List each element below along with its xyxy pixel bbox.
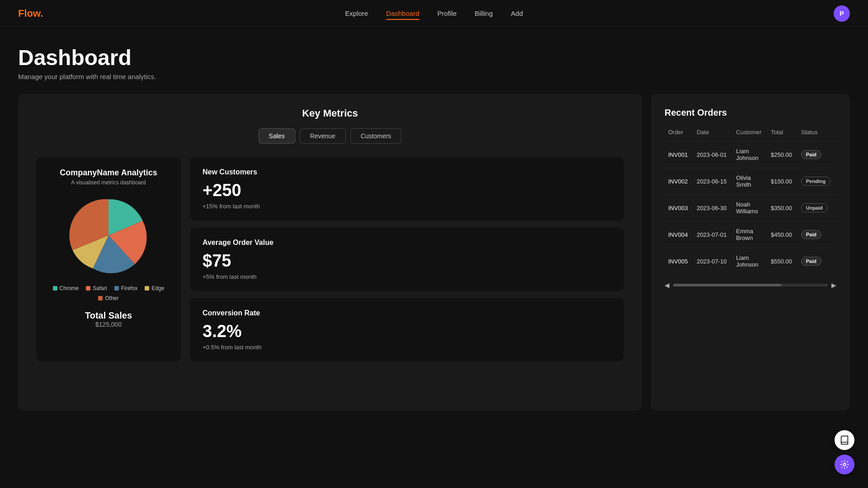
scroll-track[interactable] xyxy=(673,284,828,286)
cell-order: INV003 xyxy=(665,195,693,221)
col-status: Status xyxy=(797,129,836,141)
status-badge: Paid xyxy=(801,150,821,159)
cell-date: 2023-07-01 xyxy=(693,221,732,248)
cell-customer: LiamJohnson xyxy=(732,141,767,168)
table-row: INV004 2023-07-01 EmmaBrown $450.00 Paid xyxy=(665,221,836,248)
cell-order: INV004 xyxy=(665,221,693,248)
legend-edge: Edge xyxy=(145,285,164,291)
col-customer: Customer xyxy=(732,129,767,141)
conversion-change: +0.5% from last month xyxy=(203,344,611,351)
other-label: Other xyxy=(105,295,118,301)
nav-links: Explore Dashboard Profile Billing Add xyxy=(345,9,523,18)
tab-revenue[interactable]: Revenue xyxy=(300,128,346,144)
cell-customer: EmmaBrown xyxy=(732,221,767,248)
scroll-right-arrow[interactable]: ▶ xyxy=(831,282,836,289)
table-row: INV001 2023-06-01 LiamJohnson $250.00 Pa… xyxy=(665,141,836,168)
firefox-dot xyxy=(114,286,119,291)
cell-order: INV002 xyxy=(665,168,693,195)
page-subtitle: Manage your platform with real time anal… xyxy=(18,73,850,80)
cell-order: INV001 xyxy=(665,141,693,168)
legend-chrome: Chrome xyxy=(53,285,79,291)
tab-customers[interactable]: Customers xyxy=(350,128,402,144)
conversion-label: Conversion Rate xyxy=(203,309,611,317)
cell-status: Unpaid xyxy=(797,195,836,221)
pie-chart-card: CompanyName Analytics A visualised metri… xyxy=(36,157,181,361)
conversion-value: 3.2% xyxy=(203,322,611,341)
pie-legend: Chrome Safari Firefox Edge xyxy=(47,285,170,301)
nav-dashboard[interactable]: Dashboard xyxy=(386,9,419,20)
safari-dot xyxy=(86,286,90,291)
safari-label: Safari xyxy=(93,285,107,291)
ai-icon-button[interactable] xyxy=(835,455,854,474)
recent-orders-panel: Recent Orders Order Date Customer Total … xyxy=(651,94,850,410)
scroll-thumb xyxy=(673,284,781,286)
cell-customer: OliviaSmith xyxy=(732,168,767,195)
table-row: INV003 2023-06-30 NoahWilliams $350.00 U… xyxy=(665,195,836,221)
page-title: Dashboard xyxy=(18,45,850,70)
navbar: Flow. Explore Dashboard Profile Billing … xyxy=(0,0,868,27)
col-total: Total xyxy=(767,129,797,141)
cell-date: 2023-06-01 xyxy=(693,141,732,168)
new-customers-card: New Customers +250 +15% from last month xyxy=(190,157,624,221)
book-icon-button[interactable] xyxy=(835,430,854,450)
cell-status: Paid xyxy=(797,248,836,275)
nav-profile[interactable]: Profile xyxy=(437,9,457,17)
firefox-label: Firefox xyxy=(121,285,138,291)
cell-status: Paid xyxy=(797,221,836,248)
col-order: Order xyxy=(665,129,693,141)
nav-add[interactable]: Add xyxy=(511,9,523,17)
table-header-row: Order Date Customer Total Status xyxy=(665,129,836,141)
status-badge: Paid xyxy=(801,230,821,239)
pie-chart-title: CompanyName Analytics xyxy=(60,168,157,178)
key-metrics-title: Key Metrics xyxy=(36,108,624,119)
legend-firefox: Firefox xyxy=(114,285,138,291)
avg-order-label: Average Order Value xyxy=(203,239,611,247)
pie-chart xyxy=(68,195,149,276)
other-dot xyxy=(98,296,103,300)
metrics-cards: New Customers +250 +15% from last month … xyxy=(190,157,624,361)
chrome-dot xyxy=(53,286,57,291)
main-content: Key Metrics Sales Revenue Customers Comp… xyxy=(0,89,868,428)
avatar[interactable]: P xyxy=(834,5,850,22)
cell-status: Paid xyxy=(797,141,836,168)
status-badge: Paid xyxy=(801,257,821,266)
status-badge: Pending xyxy=(801,177,830,186)
avg-order-card: Average Order Value $75 +5% from last mo… xyxy=(190,228,624,291)
cell-customer: LiamJohnson xyxy=(732,248,767,275)
cell-date: 2023-07-10 xyxy=(693,248,732,275)
edge-dot xyxy=(145,286,149,291)
legend-safari: Safari xyxy=(86,285,107,291)
key-metrics-panel: Key Metrics Sales Revenue Customers Comp… xyxy=(18,94,642,410)
cell-total: $350.00 xyxy=(767,195,797,221)
cell-total: $550.00 xyxy=(767,248,797,275)
total-sales-label: Total Sales xyxy=(85,310,132,321)
total-sales-value: $125,000 xyxy=(95,321,122,328)
cell-date: 2023-06-30 xyxy=(693,195,732,221)
cell-order: INV005 xyxy=(665,248,693,275)
table-scrollbar[interactable]: ◀ ▶ xyxy=(665,282,836,289)
page-header: Dashboard Manage your platform with real… xyxy=(0,27,868,89)
edge-label: Edge xyxy=(151,285,164,291)
tab-sales[interactable]: Sales xyxy=(259,128,295,144)
avg-order-value: $75 xyxy=(203,251,611,271)
cell-total: $250.00 xyxy=(767,141,797,168)
legend-other: Other xyxy=(98,295,118,301)
col-date: Date xyxy=(693,129,732,141)
table-row: INV002 2023-06-15 OliviaSmith $150.00 Pe… xyxy=(665,168,836,195)
inner-grid: CompanyName Analytics A visualised metri… xyxy=(36,157,624,361)
orders-table: Order Date Customer Total Status INV001 … xyxy=(665,129,836,274)
chrome-label: Chrome xyxy=(60,285,79,291)
recent-orders-title: Recent Orders xyxy=(665,108,836,118)
pie-chart-subtitle: A visualised metrics dashboard xyxy=(71,179,146,186)
svg-point-0 xyxy=(843,463,846,466)
scroll-left-arrow[interactable]: ◀ xyxy=(665,282,670,289)
nav-explore[interactable]: Explore xyxy=(345,9,368,17)
table-row: INV005 2023-07-10 LiamJohnson $550.00 Pa… xyxy=(665,248,836,275)
avg-order-change: +5% from last month xyxy=(203,273,611,280)
tab-buttons: Sales Revenue Customers xyxy=(36,128,624,144)
cell-total: $450.00 xyxy=(767,221,797,248)
conversion-card: Conversion Rate 3.2% +0.5% from last mon… xyxy=(190,298,624,361)
brand-logo[interactable]: Flow. xyxy=(18,8,43,19)
nav-billing[interactable]: Billing xyxy=(475,9,493,17)
new-customers-change: +15% from last month xyxy=(203,203,611,210)
